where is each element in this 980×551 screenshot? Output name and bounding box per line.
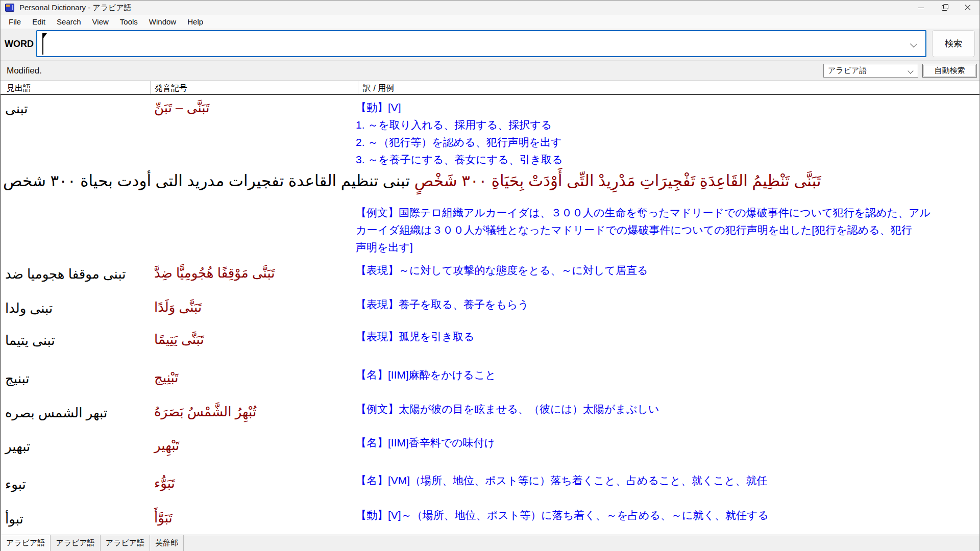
title-bar: Personal Dictionary - アラビア語 bbox=[1, 1, 979, 15]
tab-arabic-2[interactable]: アラビア語 bbox=[51, 535, 100, 551]
chevron-down-icon bbox=[908, 68, 913, 73]
entry-translation: 【表現】～に対して攻撃的な態度をとる、～に対して居直る bbox=[356, 263, 648, 278]
auto-search-button[interactable]: 自動検索 bbox=[922, 64, 977, 78]
entry-translation: 【動】[V]～（場所、地位、ポスト等）に落ち着く、～を占める、～に就く、就任する bbox=[356, 508, 769, 522]
column-header-headword[interactable]: 見出語 bbox=[7, 83, 31, 94]
minimize-icon bbox=[918, 8, 924, 8]
dict-entry-row[interactable]: تبوء تَبَوُّء 【名】[VM]（場所、地位、ポスト等に）落ち着くこと… bbox=[1, 473, 979, 501]
translation-line: 声明を出す] bbox=[356, 239, 930, 256]
entry-pronunciation: تَبَنَّى – تَبَنِّ bbox=[154, 100, 209, 116]
dictionary-select[interactable]: アラビア語 bbox=[823, 64, 918, 78]
entry-headword: تبنيج bbox=[5, 371, 30, 387]
example-plain: تبنى تنظيم القاعدة تفجيرات مدريد التى أو… bbox=[3, 172, 410, 190]
restore-button[interactable] bbox=[933, 1, 956, 15]
dict-entry-row[interactable]: تبهر الشمس بصره تُبْهِرُ الشَّمْسُ بَصَر… bbox=[1, 402, 979, 430]
menu-view[interactable]: View bbox=[87, 15, 114, 29]
entry-headword: تبوأ bbox=[5, 511, 23, 527]
dict-entry-row[interactable]: تبهير تَبْهِير 【名】[IIM]香辛料での味付け bbox=[1, 436, 979, 463]
translation-line: 3. ～を養子にする、養女にする、引き取る bbox=[356, 151, 563, 168]
status-bar: Modified. アラビア語 自動検索 bbox=[1, 60, 979, 81]
tab-arabic-3[interactable]: アラビア語 bbox=[101, 535, 150, 551]
minimize-button[interactable] bbox=[909, 1, 933, 15]
dict-entry-row[interactable]: تبنى ولدا تَبَنَّى وَلَدًا 【表現】養子を取る、養子を… bbox=[1, 297, 979, 325]
entry-headword: تبنى bbox=[5, 101, 28, 117]
example-vocalized: تَبَنَّى تَنْظِيمُ القَاعِدَةِ تَفْجِيرَ… bbox=[414, 172, 821, 190]
entry-pronunciation: تَبَوَّأَ bbox=[154, 510, 173, 526]
entry-translation: 【例文】太陽が彼の目を眩ませる、（彼には）太陽がまぶしい bbox=[356, 402, 659, 416]
app-window: Personal Dictionary - アラビア語 File Edit Se… bbox=[0, 0, 980, 551]
column-separator[interactable] bbox=[150, 81, 151, 94]
word-label: WORD bbox=[5, 39, 34, 49]
menu-tools[interactable]: Tools bbox=[114, 15, 143, 29]
entry-pronunciation: تَبَنَّى وَلَدًا bbox=[154, 299, 202, 315]
arabic-example-sentence[interactable]: تَبَنَّى تَنْظِيمُ القَاعِدَةِ تَفْجِيرَ… bbox=[3, 171, 973, 190]
text-cursor-icon bbox=[42, 33, 43, 55]
tab-arabic-1[interactable]: アラビア語 bbox=[1, 535, 51, 551]
entry-translation: 【名】[IIM]香辛料での味付け bbox=[356, 436, 495, 450]
entry-headword: تبنى ولدا bbox=[5, 300, 53, 316]
dict-entry-row[interactable]: تبنيج تَبْنِيج 【名】[IIM]麻酔をかけること bbox=[1, 368, 979, 395]
close-icon bbox=[965, 5, 971, 11]
menu-edit[interactable]: Edit bbox=[27, 15, 51, 29]
menu-file[interactable]: File bbox=[3, 15, 27, 29]
example-translation: 【例文】国際テロ組織アルカーイダは、３００人の生命を奪ったマドリードでの爆破事件… bbox=[356, 204, 930, 256]
translation-line: カーイダ組織は３００人が犠牲となったマドリードでの爆破事件についての犯行声明を出… bbox=[356, 221, 930, 239]
dictionary-tab-bar: アラビア語 アラビア語 アラビア語 英辞郎 bbox=[1, 535, 979, 551]
window-title: Personal Dictionary - アラビア語 bbox=[19, 3, 132, 13]
search-button[interactable]: 検索 bbox=[932, 30, 975, 57]
menu-bar: File Edit Search View Tools Window Help bbox=[1, 15, 979, 29]
entry-pronunciation: تَبَنَّى يَتِيمًا bbox=[154, 332, 204, 347]
entry-translation: 【動】[V] 1. ～を取り入れる、採用する、採択する 2. ～（犯行等）を認め… bbox=[356, 99, 563, 168]
dict-entry-row[interactable]: تبنى موقفا هجوميا ضد تَبَنَّى مَوْقِفًا … bbox=[1, 263, 979, 291]
chevron-down-icon[interactable] bbox=[910, 40, 917, 47]
restore-icon bbox=[942, 5, 947, 11]
dict-entry-row[interactable]: تبوأ تَبَوَّأَ 【動】[V]～（場所、地位、ポスト等）に落ち着く、… bbox=[1, 508, 979, 536]
entry-headword: تبهر الشمس بصره bbox=[5, 405, 107, 421]
column-header-translation[interactable]: 訳 / 用例 bbox=[363, 83, 394, 94]
menu-help[interactable]: Help bbox=[182, 15, 209, 29]
entry-translation: 【表現】孤児を引き取る bbox=[356, 330, 474, 344]
close-button[interactable] bbox=[956, 1, 979, 15]
entry-pronunciation: تَبْنِيج bbox=[154, 370, 179, 386]
menu-search[interactable]: Search bbox=[51, 15, 87, 29]
dictionary-select-value: アラビア語 bbox=[828, 66, 867, 76]
tab-eijiro[interactable]: 英辞郎 bbox=[150, 535, 184, 551]
entry-headword: تبنى موقفا هجوميا ضد bbox=[5, 266, 126, 282]
entry-translation: 【名】[IIM]麻酔をかけること bbox=[356, 368, 496, 382]
window-controls bbox=[909, 1, 979, 15]
entry-pronunciation: تَبْهِير bbox=[154, 438, 179, 454]
pdic-book-icon bbox=[5, 4, 14, 12]
entry-pronunciation: تَبَنَّى مَوْقِفًا هُجُومِيًّا ضِدَّ bbox=[154, 265, 275, 281]
column-header-pronunciation[interactable]: 発音記号 bbox=[155, 83, 187, 94]
dict-entry-row[interactable]: تبنى تَبَنَّى – تَبَنِّ 【動】[V] 1. ～を取り入れ… bbox=[1, 98, 979, 169]
word-input[interactable] bbox=[36, 30, 926, 57]
column-header-row: 見出語 発音記号 訳 / 用例 bbox=[1, 81, 979, 95]
translation-line: 【例文】国際テロ組織アルカーイダは、３００人の生命を奪ったマドリードでの爆破事件… bbox=[356, 204, 930, 221]
translation-line: 2. ～（犯行等）を認める、犯行声明を出す bbox=[356, 134, 563, 151]
entry-headword: تبوء bbox=[5, 477, 26, 492]
search-bar: WORD 検索 bbox=[1, 29, 979, 60]
column-separator[interactable] bbox=[358, 81, 358, 94]
translation-line: 1. ～を取り入れる、採用する、採択する bbox=[356, 116, 563, 134]
entry-pronunciation: تَبَوُّء bbox=[154, 475, 175, 491]
results-table: تبنى تَبَنَّى – تَبَنِّ 【動】[V] 1. ～を取り入れ… bbox=[1, 95, 979, 535]
entry-headword: تبنى يتيما bbox=[5, 333, 55, 348]
menu-window[interactable]: Window bbox=[143, 15, 182, 29]
entry-pronunciation: تُبْهِرُ الشَّمْسُ بَصَرَهُ bbox=[154, 404, 256, 420]
entry-translation: 【名】[VM]（場所、地位、ポスト等に）落ち着くこと、占めること、就くこと、就任 bbox=[356, 473, 768, 488]
translation-line: 【動】[V] bbox=[356, 99, 563, 116]
modified-status: Modified. bbox=[7, 66, 42, 76]
dict-entry-row[interactable]: تبنى يتيما تَبَنَّى يَتِيمًا 【表現】孤児を引き取る bbox=[1, 330, 979, 357]
entry-headword: تبهير bbox=[5, 439, 30, 455]
entry-translation: 【表現】養子を取る、養子をもらう bbox=[356, 297, 529, 312]
